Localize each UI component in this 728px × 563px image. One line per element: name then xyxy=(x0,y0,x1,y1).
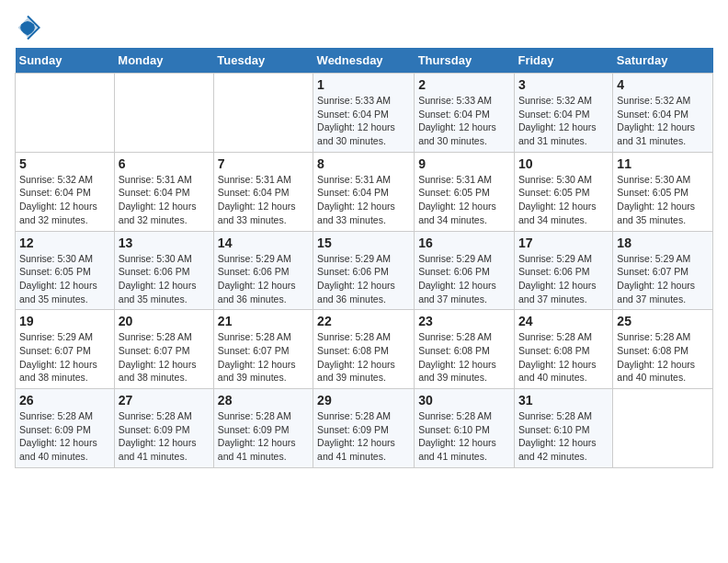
day-number: 23 xyxy=(418,314,510,328)
day-number: 11 xyxy=(617,156,709,171)
day-number: 4 xyxy=(617,77,709,92)
day-number: 15 xyxy=(317,236,410,250)
header-sunday: Sunday xyxy=(16,48,115,74)
day-number: 10 xyxy=(518,156,609,171)
day-number: 6 xyxy=(119,156,210,171)
day-number: 2 xyxy=(418,77,510,92)
day-info: Sunrise: 5:29 AM Sunset: 6:06 PM Dayligh… xyxy=(317,252,410,306)
calendar-cell: 14Sunrise: 5:29 AM Sunset: 6:06 PM Dayli… xyxy=(213,231,313,310)
day-info: Sunrise: 5:31 AM Sunset: 6:04 PM Dayligh… xyxy=(317,173,410,227)
day-info: Sunrise: 5:28 AM Sunset: 6:09 PM Dayligh… xyxy=(218,409,309,464)
calendar-cell: 13Sunrise: 5:30 AM Sunset: 6:06 PM Dayli… xyxy=(114,231,213,310)
calendar-cell: 7Sunrise: 5:31 AM Sunset: 6:04 PM Daylig… xyxy=(213,152,313,231)
day-number: 24 xyxy=(518,314,609,328)
calendar-cell: 4Sunrise: 5:32 AM Sunset: 6:04 PM Daylig… xyxy=(613,74,713,153)
calendar-cell: 18Sunrise: 5:29 AM Sunset: 6:07 PM Dayli… xyxy=(613,231,713,310)
calendar-cell: 17Sunrise: 5:29 AM Sunset: 6:06 PM Dayli… xyxy=(514,231,612,310)
day-info: Sunrise: 5:28 AM Sunset: 6:09 PM Dayligh… xyxy=(19,409,110,464)
calendar-week-row: 26Sunrise: 5:28 AM Sunset: 6:09 PM Dayli… xyxy=(16,389,713,468)
calendar-cell: 19Sunrise: 5:29 AM Sunset: 6:07 PM Dayli… xyxy=(16,310,115,389)
calendar-cell: 10Sunrise: 5:30 AM Sunset: 6:05 PM Dayli… xyxy=(514,152,612,231)
logo-icon xyxy=(15,15,40,40)
calendar-cell: 27Sunrise: 5:28 AM Sunset: 6:09 PM Dayli… xyxy=(114,389,213,468)
calendar-cell xyxy=(16,74,115,153)
day-info: Sunrise: 5:28 AM Sunset: 6:07 PM Dayligh… xyxy=(218,330,309,385)
day-info: Sunrise: 5:30 AM Sunset: 6:06 PM Dayligh… xyxy=(119,252,210,306)
day-info: Sunrise: 5:29 AM Sunset: 6:06 PM Dayligh… xyxy=(518,252,609,306)
header-tuesday: Tuesday xyxy=(213,48,313,74)
day-info: Sunrise: 5:31 AM Sunset: 6:05 PM Dayligh… xyxy=(418,173,510,227)
calendar-cell: 28Sunrise: 5:28 AM Sunset: 6:09 PM Dayli… xyxy=(213,389,313,468)
calendar-cell: 12Sunrise: 5:30 AM Sunset: 6:05 PM Dayli… xyxy=(16,231,115,310)
day-number: 19 xyxy=(19,314,110,328)
day-number: 13 xyxy=(119,236,210,250)
calendar-cell: 9Sunrise: 5:31 AM Sunset: 6:05 PM Daylig… xyxy=(415,152,515,231)
day-number: 9 xyxy=(418,156,510,171)
calendar-cell: 20Sunrise: 5:28 AM Sunset: 6:07 PM Dayli… xyxy=(114,310,213,389)
day-number: 30 xyxy=(418,393,510,408)
calendar-cell: 24Sunrise: 5:28 AM Sunset: 6:08 PM Dayli… xyxy=(514,310,612,389)
calendar-cell: 25Sunrise: 5:28 AM Sunset: 6:08 PM Dayli… xyxy=(613,310,713,389)
day-info: Sunrise: 5:29 AM Sunset: 6:06 PM Dayligh… xyxy=(418,252,510,306)
calendar-table: SundayMondayTuesdayWednesdayThursdayFrid… xyxy=(15,48,713,468)
day-number: 27 xyxy=(119,393,210,408)
calendar-cell: 3Sunrise: 5:32 AM Sunset: 6:04 PM Daylig… xyxy=(514,74,612,153)
day-number: 16 xyxy=(418,236,510,250)
calendar-cell: 23Sunrise: 5:28 AM Sunset: 6:08 PM Dayli… xyxy=(415,310,515,389)
day-number: 22 xyxy=(317,314,410,328)
calendar-cell: 5Sunrise: 5:32 AM Sunset: 6:04 PM Daylig… xyxy=(16,152,115,231)
day-number: 5 xyxy=(19,156,110,171)
day-info: Sunrise: 5:29 AM Sunset: 6:07 PM Dayligh… xyxy=(19,330,110,385)
header-monday: Monday xyxy=(114,48,213,74)
day-number: 7 xyxy=(218,156,309,171)
day-number: 14 xyxy=(218,236,309,250)
day-info: Sunrise: 5:28 AM Sunset: 6:09 PM Dayligh… xyxy=(119,409,210,464)
day-number: 31 xyxy=(518,393,609,408)
day-info: Sunrise: 5:33 AM Sunset: 6:04 PM Dayligh… xyxy=(418,94,510,148)
day-info: Sunrise: 5:31 AM Sunset: 6:04 PM Dayligh… xyxy=(218,173,309,227)
day-number: 28 xyxy=(218,393,309,408)
calendar-cell: 16Sunrise: 5:29 AM Sunset: 6:06 PM Dayli… xyxy=(415,231,515,310)
day-info: Sunrise: 5:32 AM Sunset: 6:04 PM Dayligh… xyxy=(518,94,609,148)
header-thursday: Thursday xyxy=(415,48,515,74)
day-info: Sunrise: 5:30 AM Sunset: 6:05 PM Dayligh… xyxy=(19,252,110,306)
calendar-week-row: 5Sunrise: 5:32 AM Sunset: 6:04 PM Daylig… xyxy=(16,152,713,231)
calendar-cell xyxy=(114,74,213,153)
calendar-header-row: SundayMondayTuesdayWednesdayThursdayFrid… xyxy=(16,48,713,74)
day-info: Sunrise: 5:31 AM Sunset: 6:04 PM Dayligh… xyxy=(119,173,210,227)
calendar-week-row: 19Sunrise: 5:29 AM Sunset: 6:07 PM Dayli… xyxy=(16,310,713,389)
day-number: 3 xyxy=(518,77,609,92)
day-info: Sunrise: 5:28 AM Sunset: 6:08 PM Dayligh… xyxy=(617,330,709,385)
header-friday: Friday xyxy=(514,48,612,74)
calendar-cell: 26Sunrise: 5:28 AM Sunset: 6:09 PM Dayli… xyxy=(16,389,115,468)
calendar-cell xyxy=(613,389,713,468)
day-number: 21 xyxy=(218,314,309,328)
logo xyxy=(15,15,44,40)
day-number: 8 xyxy=(317,156,410,171)
calendar-cell: 30Sunrise: 5:28 AM Sunset: 6:10 PM Dayli… xyxy=(415,389,515,468)
day-info: Sunrise: 5:28 AM Sunset: 6:08 PM Dayligh… xyxy=(518,330,609,385)
day-number: 29 xyxy=(317,393,410,408)
day-info: Sunrise: 5:29 AM Sunset: 6:07 PM Dayligh… xyxy=(617,252,709,306)
calendar-cell: 2Sunrise: 5:33 AM Sunset: 6:04 PM Daylig… xyxy=(415,74,515,153)
header-saturday: Saturday xyxy=(613,48,713,74)
calendar-cell: 21Sunrise: 5:28 AM Sunset: 6:07 PM Dayli… xyxy=(213,310,313,389)
calendar-cell: 6Sunrise: 5:31 AM Sunset: 6:04 PM Daylig… xyxy=(114,152,213,231)
day-info: Sunrise: 5:32 AM Sunset: 6:04 PM Dayligh… xyxy=(19,173,110,227)
calendar-cell xyxy=(213,74,313,153)
calendar-cell: 22Sunrise: 5:28 AM Sunset: 6:08 PM Dayli… xyxy=(313,310,415,389)
day-info: Sunrise: 5:28 AM Sunset: 6:08 PM Dayligh… xyxy=(418,330,510,385)
day-number: 12 xyxy=(19,236,110,250)
calendar-week-row: 1Sunrise: 5:33 AM Sunset: 6:04 PM Daylig… xyxy=(16,74,713,153)
day-number: 18 xyxy=(617,236,709,250)
day-info: Sunrise: 5:28 AM Sunset: 6:10 PM Dayligh… xyxy=(518,409,609,464)
page-header xyxy=(15,15,713,40)
header-wednesday: Wednesday xyxy=(313,48,415,74)
calendar-cell: 11Sunrise: 5:30 AM Sunset: 6:05 PM Dayli… xyxy=(613,152,713,231)
calendar-cell: 31Sunrise: 5:28 AM Sunset: 6:10 PM Dayli… xyxy=(514,389,612,468)
day-info: Sunrise: 5:29 AM Sunset: 6:06 PM Dayligh… xyxy=(218,252,309,306)
day-number: 26 xyxy=(19,393,110,408)
calendar-week-row: 12Sunrise: 5:30 AM Sunset: 6:05 PM Dayli… xyxy=(16,231,713,310)
day-number: 20 xyxy=(119,314,210,328)
day-number: 1 xyxy=(317,77,410,92)
